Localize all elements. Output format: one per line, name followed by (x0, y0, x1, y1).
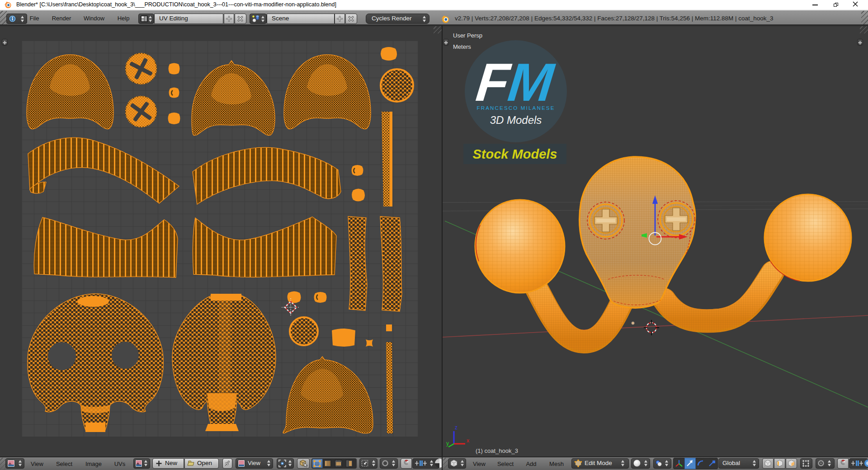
svg-text:(1) coat_hook_3: (1) coat_hook_3 (476, 447, 518, 454)
svg-text:x: x (467, 437, 469, 444)
svg-text:y: y (446, 440, 449, 446)
svg-text:z: z (455, 424, 458, 431)
